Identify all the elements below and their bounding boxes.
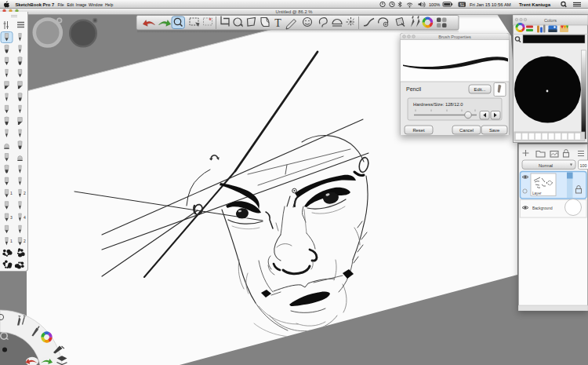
svg-text:Colors: Colors — [544, 18, 557, 23]
svg-text:Fri Jan 15 10:56 AM: Fri Jan 15 10:56 AM — [470, 2, 511, 7]
svg-text:Pencil: Pencil — [406, 86, 422, 92]
svg-text:Help: Help — [105, 2, 114, 7]
svg-text:Normal: Normal — [539, 163, 553, 168]
svg-text:File: File — [58, 2, 64, 7]
svg-text:1: 1 — [10, 191, 13, 195]
svg-text:Background: Background — [532, 206, 553, 210]
svg-text:Cancel: Cancel — [459, 128, 474, 133]
svg-text:4: 4 — [24, 215, 26, 220]
svg-text:Save: Save — [489, 128, 499, 133]
svg-text:Hardness/Size: 128/12.0: Hardness/Size: 128/12.0 — [413, 102, 463, 107]
svg-text:Window: Window — [89, 2, 103, 7]
svg-text:SketchBook Pro 7: SketchBook Pro 7 — [16, 2, 55, 7]
svg-text:3: 3 — [10, 215, 13, 220]
svg-text:1: 1 — [10, 239, 13, 243]
svg-text:51: 51 — [460, 2, 465, 7]
svg-text:Reset: Reset — [412, 128, 425, 133]
svg-text:2: 2 — [24, 191, 26, 195]
svg-text:2: 2 — [24, 239, 26, 243]
svg-text:Edit: Edit — [67, 2, 74, 7]
svg-text:100: 100 — [580, 163, 587, 168]
svg-text:Image: Image — [76, 2, 87, 7]
svg-text:Trent Kaniuga: Trent Kaniuga — [519, 2, 551, 7]
svg-text:Layer: Layer — [532, 192, 542, 195]
svg-text:Brush Properties: Brush Properties — [438, 35, 471, 39]
svg-text:100%: 100% — [429, 2, 440, 7]
svg-text:Edit...: Edit... — [474, 87, 486, 92]
